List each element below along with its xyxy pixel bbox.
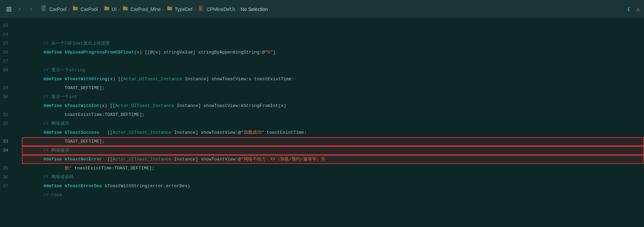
code-line-28a: #define kToastWithString(x) [[Actor_UITo… bbox=[22, 66, 644, 75]
breadcrumb-sep-5: › bbox=[195, 7, 196, 12]
breadcrumb-item-ui-folder[interactable]: UI bbox=[104, 5, 117, 13]
svg-rect-6 bbox=[7, 10, 8, 12]
svg-rect-8 bbox=[10, 10, 11, 12]
breadcrumb: CarPool › CarPool › UI bbox=[41, 5, 621, 13]
code-line-30a: #define kToastWithInt(x) [[Actor_UIToast… bbox=[22, 93, 644, 101]
folder-icon-3 bbox=[122, 5, 128, 13]
breadcrumb-cpminedef-label[interactable]: CPMineDef.h bbox=[206, 7, 235, 12]
svg-rect-2 bbox=[10, 7, 11, 8]
breadcrumb-sep-1: › bbox=[69, 7, 70, 12]
svg-rect-4 bbox=[8, 9, 10, 10]
breadcrumb-typedef-label[interactable]: TypeDef bbox=[175, 7, 193, 12]
line-num-29: 29 bbox=[0, 84, 12, 93]
line-num-35: 35 bbox=[0, 164, 12, 173]
line-num-32b bbox=[0, 128, 12, 137]
breadcrumb-no-selection: No Selection bbox=[241, 7, 268, 12]
warning-icon: ⚠ bbox=[636, 5, 640, 13]
code-line-32a: #define kToastSuccess [[Actor_UIToast_In… bbox=[22, 119, 644, 128]
line-num-27: 27 bbox=[0, 57, 12, 66]
titlebar: ‹ › CarPool › bbox=[0, 0, 644, 19]
app-container: ‹ › CarPool › bbox=[0, 0, 644, 227]
breadcrumb-item-carpool-folder[interactable]: CarPool bbox=[72, 5, 98, 13]
line-num-23: 23 bbox=[0, 21, 12, 30]
code-line-28b: TOAST_DEFTIME]; bbox=[22, 75, 644, 84]
code-content[interactable]: // 从一个CGFloat显示上传进度 #define kUploadProgr… bbox=[16, 19, 644, 227]
code-line-27: // 显示一个string bbox=[22, 57, 644, 66]
collapse-panel-button[interactable]: ❮ bbox=[624, 4, 633, 14]
folder-icon-4 bbox=[167, 5, 173, 13]
svg-rect-0 bbox=[7, 7, 8, 8]
code-line-30b: toastExistTime:TOAST_DEFTIME]; bbox=[22, 101, 644, 110]
line-num-28a: 28 bbox=[0, 66, 12, 75]
folder-icon-2 bbox=[104, 5, 110, 13]
file-icon bbox=[41, 5, 47, 13]
breadcrumb-ui-label[interactable]: UI bbox=[112, 7, 117, 12]
breadcrumb-sep-6: › bbox=[237, 7, 239, 12]
breadcrumb-sep-2: › bbox=[100, 7, 102, 12]
app-grid-icon bbox=[4, 4, 14, 14]
line-num-24: 24 bbox=[0, 30, 12, 39]
line-num-30a: 30 bbox=[0, 93, 12, 101]
line-num-31: 31 bbox=[0, 110, 12, 119]
code-line-24: // 从一个CGFloat显示上传进度 bbox=[22, 30, 644, 39]
code-line-23 bbox=[22, 21, 644, 30]
svg-rect-7 bbox=[8, 10, 10, 12]
svg-rect-1 bbox=[8, 7, 10, 8]
breadcrumb-item-carpool-file[interactable]: CarPool bbox=[41, 5, 67, 13]
code-line-31: // 网络成功 bbox=[22, 110, 644, 119]
svg-rect-5 bbox=[10, 9, 11, 10]
line-numbers: 23 24 25 26 27 28 29 30 31 32 33 34 35 3… bbox=[0, 19, 16, 227]
code-line-29: // 显示一个int bbox=[22, 84, 644, 93]
breadcrumb-carpool-file-label[interactable]: CarPool bbox=[49, 7, 67, 12]
line-num-34a: 34 bbox=[0, 146, 12, 155]
breadcrumb-sep-4: › bbox=[163, 7, 165, 12]
line-num-28b bbox=[0, 75, 12, 84]
folder-icon-1 bbox=[72, 5, 78, 13]
line-num-26: 26 bbox=[0, 48, 12, 57]
line-num-37: 37 bbox=[0, 182, 12, 191]
code-line-25: #define kUploadProgressFromCGFloat(x) [[… bbox=[22, 39, 644, 48]
header-file-icon: h bbox=[198, 5, 204, 13]
code-line-33: // 网络错误 bbox=[22, 137, 644, 146]
line-num-36: 36 bbox=[0, 173, 12, 182]
breadcrumb-item-carpool-mine-folder[interactable]: CarPool_Mine bbox=[122, 5, 161, 13]
code-line-34a: #define kToastNetError [[Actor_UIToast_I… bbox=[22, 146, 644, 155]
breadcrumb-carpool-folder-label[interactable]: CarPool bbox=[80, 7, 98, 12]
code-line-26 bbox=[22, 48, 644, 57]
line-num-30b bbox=[0, 101, 12, 110]
line-num-33: 33 bbox=[0, 137, 12, 146]
breadcrumb-item-typedef-folder[interactable]: TypeDef bbox=[167, 5, 193, 13]
nav-buttons: ‹ › bbox=[4, 4, 36, 14]
line-num-25: 25 bbox=[0, 39, 12, 48]
code-line-34b: 败" toastExistTime:TOAST_DEFTIME]; bbox=[22, 155, 644, 164]
svg-text:h: h bbox=[199, 7, 201, 10]
code-line-37: // role bbox=[22, 182, 644, 191]
nav-forward-button[interactable]: › bbox=[26, 4, 36, 14]
line-num-32a: 32 bbox=[0, 119, 12, 128]
svg-rect-3 bbox=[7, 9, 8, 10]
line-num-34b bbox=[0, 155, 12, 164]
breadcrumb-sep-3: › bbox=[119, 7, 120, 12]
code-line-36: #define kToastErrorDes kToastWithString(… bbox=[22, 173, 644, 182]
breadcrumb-carpool-mine-label[interactable]: CarPool_Mine bbox=[130, 7, 161, 12]
breadcrumb-item-cpminedef-file[interactable]: h CPMineDef.h bbox=[198, 5, 235, 13]
code-area: 23 24 25 26 27 28 29 30 31 32 33 34 35 3… bbox=[0, 19, 644, 227]
code-line-32b: TOAST_DEFTIME]; bbox=[22, 128, 644, 137]
nav-back-button[interactable]: ‹ bbox=[15, 4, 25, 14]
titlebar-right: ❮ ⚠ bbox=[624, 4, 640, 14]
